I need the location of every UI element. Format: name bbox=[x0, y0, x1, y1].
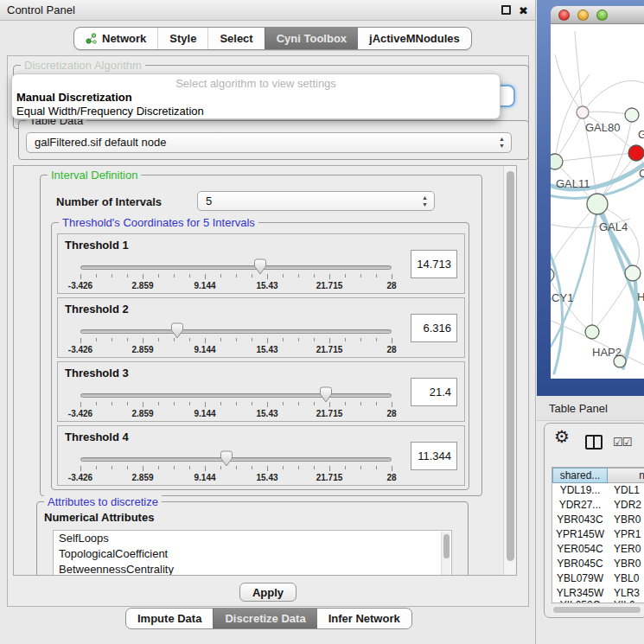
node-label-fragment: GA bbox=[638, 128, 644, 141]
cell: YBL079W bbox=[552, 571, 608, 586]
table-row[interactable]: YBR043CYBR0 bbox=[552, 513, 644, 527]
interval-definition-title: Interval Definition bbox=[48, 169, 141, 182]
slider-thumb[interactable] bbox=[320, 386, 333, 403]
num-intervals-label: Number of Intervals bbox=[56, 195, 162, 208]
threshold-4-slider: -3.4262.8599.14415.4321.71528 bbox=[80, 449, 392, 485]
slider-thumb[interactable] bbox=[220, 450, 233, 467]
cell: YBR0 bbox=[608, 513, 644, 527]
threshold-2-slider: -3.4262.8599.14415.4321.71528 bbox=[80, 321, 392, 357]
list-scrollbar[interactable] bbox=[441, 532, 450, 576]
table-row[interactable]: YBR045CYBR0 bbox=[552, 557, 644, 571]
column-header-name[interactable]: n bbox=[608, 468, 644, 483]
threshold-4-box: Threshold 4 -3.4262.8599.14415.4321.7152… bbox=[57, 425, 465, 486]
attributes-group: Attributes to discretize Numerical Attri… bbox=[36, 501, 469, 576]
scrollbar-thumb[interactable] bbox=[553, 607, 641, 613]
node-gal4[interactable] bbox=[587, 194, 608, 214]
tab-infer-network[interactable]: Infer Network bbox=[317, 609, 411, 628]
minimize-traffic-light[interactable] bbox=[577, 10, 589, 21]
gear-icon[interactable]: ⚙ bbox=[554, 426, 570, 447]
network-window-titlebar[interactable] bbox=[551, 6, 644, 24]
cell: YPR145W bbox=[552, 527, 608, 542]
table-row[interactable]: YDR27...YDR2 bbox=[552, 498, 644, 513]
node-red-selected[interactable] bbox=[628, 145, 644, 161]
cell: YBL0 bbox=[608, 571, 644, 586]
interval-definition-group: Interval Definition Number of Intervals … bbox=[40, 175, 482, 496]
cell: YIL0 bbox=[608, 598, 644, 603]
node-gcy1[interactable] bbox=[551, 268, 554, 282]
table-horizontal-scrollbar[interactable] bbox=[552, 605, 644, 615]
slider-track[interactable] bbox=[80, 393, 392, 398]
node-hap2[interactable] bbox=[585, 325, 599, 339]
node-label-gal4: GAL4 bbox=[599, 220, 628, 233]
slider-thumb[interactable] bbox=[253, 258, 266, 275]
tab-label: Impute Data bbox=[137, 612, 201, 625]
node-top-right[interactable] bbox=[625, 108, 639, 122]
apply-button[interactable]: Apply bbox=[239, 583, 296, 602]
slider-track[interactable] bbox=[80, 265, 392, 270]
slider-track[interactable] bbox=[80, 457, 392, 462]
zoom-traffic-light[interactable] bbox=[596, 10, 608, 21]
tab-style[interactable]: Style bbox=[157, 28, 207, 49]
network-icon bbox=[86, 33, 97, 44]
close-icon[interactable]: ✖ bbox=[519, 5, 530, 16]
slider-track[interactable] bbox=[80, 329, 392, 334]
num-intervals-combobox[interactable]: 5 ▲▼ bbox=[197, 191, 435, 211]
slider-ticks bbox=[80, 338, 392, 344]
node-right[interactable] bbox=[625, 265, 641, 281]
tab-label: Style bbox=[169, 32, 196, 45]
table-row[interactable]: YPR145WYPR1 bbox=[552, 527, 644, 542]
table-data-combobox[interactable]: galFiltered.sif default node ▲▼ bbox=[26, 132, 512, 153]
tab-select[interactable]: Select bbox=[207, 28, 264, 49]
select-columns-icon[interactable]: ☑☑ bbox=[613, 436, 631, 449]
tab-discretize-data[interactable]: Discretize Data bbox=[213, 609, 316, 628]
threshold-1-value-field[interactable]: 14.713 bbox=[411, 250, 457, 278]
cell: YDR27... bbox=[552, 498, 608, 513]
cell: YBR045C bbox=[552, 557, 608, 571]
table-row[interactable]: YER054CYER0 bbox=[552, 542, 644, 557]
settings-scrollbar[interactable] bbox=[503, 166, 517, 575]
table-data-value: galFiltered.sif default node bbox=[35, 136, 166, 149]
tab-cyni-toolbox[interactable]: Cyni Toolbox bbox=[265, 28, 358, 49]
cell: YER0 bbox=[608, 542, 644, 557]
table-row[interactable]: YIL052CYIL0 bbox=[552, 598, 644, 603]
tab-jactivemnodules[interactable]: jActiveMNodules bbox=[358, 28, 471, 49]
node-gal11[interactable] bbox=[551, 154, 563, 169]
threshold-4-value-field[interactable]: 11.344 bbox=[411, 442, 457, 470]
node-gal80[interactable] bbox=[577, 106, 589, 118]
spinner-arrows-icon: ▲▼ bbox=[499, 136, 505, 150]
tab-network[interactable]: Network bbox=[74, 28, 157, 49]
close-traffic-light[interactable] bbox=[558, 10, 570, 21]
list-item[interactable]: SelfLoops bbox=[54, 531, 451, 546]
threshold-2-value-field[interactable]: 6.316 bbox=[411, 314, 457, 342]
slider-thumb[interactable] bbox=[170, 322, 183, 339]
threshold-4-label: Threshold 4 bbox=[65, 430, 129, 443]
threshold-3-value-field[interactable]: 21.4 bbox=[411, 378, 457, 406]
float-window-icon[interactable] bbox=[501, 5, 513, 16]
slider-ticks bbox=[80, 402, 392, 408]
slider-ticks bbox=[80, 274, 392, 280]
column-header-shared-name[interactable]: shared... bbox=[552, 468, 608, 483]
dropdown-option-manual[interactable]: Manual Discretization bbox=[16, 91, 495, 105]
split-columns-icon[interactable] bbox=[585, 435, 603, 450]
table-row[interactable]: YBL079WYBL0 bbox=[552, 571, 644, 586]
spinner-arrows-icon: ▲▼ bbox=[422, 194, 428, 208]
list-item[interactable]: BetweennessCentrality bbox=[54, 562, 451, 576]
slider-tick-labels: -3.4262.8599.14415.4321.71528 bbox=[80, 281, 392, 291]
table-panel-title: Table Panel bbox=[549, 402, 608, 415]
network-canvas[interactable]: GAL80 GA C GAL11 GAL4 GCY1 H HAP2 bbox=[551, 24, 644, 379]
table-toolbar: ⚙ ☑☑ bbox=[545, 424, 644, 462]
cell: YIL052C bbox=[552, 598, 608, 603]
network-graph bbox=[551, 24, 644, 379]
numerical-attributes-label: Numerical Attributes bbox=[44, 511, 154, 524]
node-label-gal11: GAL11 bbox=[556, 177, 590, 190]
cyni-toolbox-panel: Discretization Algorithm Select algorith… bbox=[7, 55, 529, 607]
table-panel: ⚙ ☑☑ shared... n YDL19...YDL1 YDR27...YD… bbox=[544, 423, 644, 618]
list-item[interactable]: TopologicalCoefficient bbox=[54, 546, 451, 562]
table-data-group: Table Data galFiltered.sif default node … bbox=[18, 120, 529, 160]
dropdown-option-equal-width[interactable]: Equal Width/Frequency Discretization bbox=[16, 105, 495, 118]
cell: YER054C bbox=[552, 542, 608, 557]
scrollbar-thumb[interactable] bbox=[507, 171, 514, 561]
table-row[interactable]: YDL19...YDL1 bbox=[552, 483, 644, 498]
tab-impute-data[interactable]: Impute Data bbox=[126, 609, 213, 628]
attributes-group-title: Attributes to discretize bbox=[44, 495, 162, 508]
